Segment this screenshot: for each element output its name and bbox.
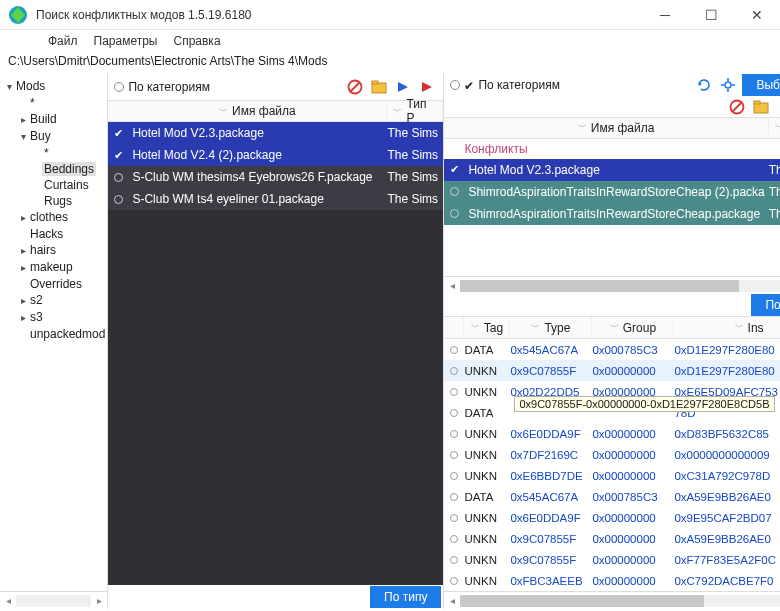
folder-icon[interactable] xyxy=(751,97,771,117)
file-name: ShimrodAspirationTraitsInRewardStoreChea… xyxy=(464,207,768,221)
select-button[interactable]: Выбрать xyxy=(742,74,780,96)
menu-file[interactable]: Файл xyxy=(48,34,78,48)
radio-icon xyxy=(450,451,458,459)
menu-help[interactable]: Справка xyxy=(173,34,220,48)
file-row[interactable]: ✔Hotel Mod V2.4 (2).packageThe Sims xyxy=(108,144,443,166)
svg-point-9 xyxy=(725,82,731,88)
res-group: 0x00000000 xyxy=(592,575,674,587)
tree-hacks[interactable]: Hacks xyxy=(28,227,65,241)
radio-icon xyxy=(450,209,459,218)
tree-unpacked[interactable]: unpackedmod xyxy=(28,327,107,341)
right-radio-toggle[interactable] xyxy=(450,80,460,90)
resource-row[interactable]: DATA0x545AC67A0x000785C30xD1E297F280E80 xyxy=(444,339,780,360)
refresh-icon[interactable] xyxy=(694,75,714,95)
resource-row[interactable]: UNKN0x9C07855F0x000000000xF77F83E5A2F0C xyxy=(444,549,780,570)
col-instance[interactable]: Ins xyxy=(748,321,764,335)
resource-row[interactable]: UNKN0x9C07855F0x000000000xA59E9BB26AE0 xyxy=(444,528,780,549)
tree-star[interactable]: * xyxy=(28,96,37,110)
radio-icon xyxy=(450,430,458,438)
res-tag: DATA xyxy=(464,344,510,356)
tree-clothes[interactable]: clothes xyxy=(28,210,70,224)
file-row[interactable]: ShimrodAspirationTraitsInRewardStoreChea… xyxy=(444,203,780,225)
file-type: The Sims xyxy=(387,148,443,162)
resource-row[interactable]: UNKN0xE6BBD7DE0x000000000xC31A792C978D xyxy=(444,465,780,486)
tree-horizontal-scrollbar[interactable]: ◂▸ xyxy=(0,591,107,609)
col-filename[interactable]: Имя файла xyxy=(232,104,296,118)
maximize-button[interactable]: ☐ xyxy=(688,0,734,29)
file-type: The Sims xyxy=(387,126,443,140)
forbidden-icon[interactable] xyxy=(345,77,365,97)
close-button[interactable]: ✕ xyxy=(734,0,780,29)
tree-s2[interactable]: s2 xyxy=(28,293,45,307)
resource-row[interactable]: UNKN0x6E0DDA9F0x000000000xD83BF5632C85 xyxy=(444,423,780,444)
right-files-scrollbar[interactable]: ◂▸ xyxy=(444,276,780,294)
svg-line-15 xyxy=(732,102,742,112)
tree-overrides[interactable]: Overrides xyxy=(28,277,84,291)
resource-table[interactable]: DATA0x545AC67A0x000785C30xD1E297F280E80U… xyxy=(444,339,780,591)
res-tag: UNKN xyxy=(464,386,510,398)
tree-buy-star[interactable]: * xyxy=(42,146,51,160)
svg-rect-17 xyxy=(754,101,760,104)
gear-icon[interactable] xyxy=(718,75,738,95)
res-type: 0x9C07855F xyxy=(510,554,592,566)
res-group: 0x00000000 xyxy=(592,449,674,461)
res-tag: DATA xyxy=(464,491,510,503)
by-type-button-right[interactable]: По типу xyxy=(751,294,780,316)
file-type: The Sims xyxy=(387,170,443,184)
left-radio-toggle[interactable] xyxy=(114,82,124,92)
resource-row[interactable]: UNKN0x9C07855F0x000000000xD1E297F280E80 xyxy=(444,360,780,381)
col-type[interactable]: Type xyxy=(544,321,570,335)
res-tag: UNKN xyxy=(464,575,510,587)
play-blue-icon[interactable] xyxy=(775,97,780,117)
file-name: ShimrodAspirationTraitsInRewardStoreChea… xyxy=(464,185,768,199)
file-row[interactable]: ShimrodAspirationTraitsInRewardStoreChea… xyxy=(444,181,780,203)
col-group[interactable]: Group xyxy=(623,321,656,335)
resource-row[interactable]: UNKN0xFBC3AEEB0x000000000xC792DACBE7F0 xyxy=(444,570,780,591)
tree-beddings[interactable]: Beddings xyxy=(42,162,96,176)
res-instance: 0xC31A792C978D xyxy=(674,470,780,482)
tree-makeup[interactable]: makeup xyxy=(28,260,75,274)
left-file-list[interactable]: ✔Hotel Mod V2.3.packageThe Sims✔Hotel Mo… xyxy=(108,122,443,585)
file-row[interactable]: ✔Hotel Mod V2.3.packageThe Sims xyxy=(108,122,443,144)
check-icon: ✔ xyxy=(448,164,460,176)
radio-icon xyxy=(450,409,458,417)
resource-row[interactable]: UNKN0x7DF2169C0x000000000x0000000000009 xyxy=(444,444,780,465)
menu-params[interactable]: Параметры xyxy=(94,34,158,48)
col-filename-right[interactable]: Имя файла xyxy=(591,121,655,135)
tree-mods[interactable]: Mods xyxy=(14,79,47,93)
svg-line-3 xyxy=(350,82,360,92)
col-filetype[interactable]: Тип Р xyxy=(406,97,436,125)
resource-scrollbar[interactable]: ◂▸ xyxy=(444,591,780,609)
res-group: 0x00000000 xyxy=(592,512,674,524)
tree-hairs[interactable]: hairs xyxy=(28,243,58,257)
res-tag: UNKN xyxy=(464,533,510,545)
by-type-button-left[interactable]: По типу xyxy=(370,586,441,608)
forbidden-icon[interactable] xyxy=(727,97,747,117)
res-instance: 0xD83BF5632C85 xyxy=(674,428,780,440)
radio-icon xyxy=(450,367,458,375)
play-blue-icon[interactable] xyxy=(393,77,413,97)
file-row[interactable]: S-Club WM thesims4 Eyebrows26 F.packageT… xyxy=(108,166,443,188)
resource-row[interactable]: UNKN0x6E0DDA9F0x000000000x9E95CAF2BD07 xyxy=(444,507,780,528)
window-title: Поиск конфликтных модов 1.5.19.6180 xyxy=(36,8,642,22)
tree-buy[interactable]: Buy xyxy=(28,129,53,143)
folder-tree[interactable]: ▾Mods * ▸Build ▾Buy * Beddings Curtains … xyxy=(0,74,107,591)
tree-s3[interactable]: s3 xyxy=(28,310,45,324)
tree-build[interactable]: Build xyxy=(28,112,59,126)
tree-rugs[interactable]: Rugs xyxy=(42,194,74,208)
col-tag[interactable]: Tag xyxy=(484,321,503,335)
res-type: 0x545AC67A xyxy=(510,491,592,503)
play-red-icon[interactable] xyxy=(417,77,437,97)
file-row[interactable]: ✔Hotel Mod V2.3.packageThe Sims xyxy=(444,159,780,181)
minimize-button[interactable]: ─ xyxy=(642,0,688,29)
file-name: Hotel Mod V2.4 (2).package xyxy=(128,148,387,162)
res-group: 0x000785C3 xyxy=(592,344,674,356)
chevron-down-icon: ﹀ xyxy=(393,105,402,118)
res-instance: 0x9E95CAF2BD07 xyxy=(674,512,780,524)
folder-icon[interactable] xyxy=(369,77,389,97)
file-row[interactable]: S-Club WM ts4 eyeliner 01.packageThe Sim… xyxy=(108,188,443,210)
resource-row[interactable]: DATA0x545AC67A0x000785C30xA59E9BB26AE0 xyxy=(444,486,780,507)
res-tag: UNKN xyxy=(464,512,510,524)
tree-curtains[interactable]: Curtains xyxy=(42,178,91,192)
right-file-list[interactable]: ✔Hotel Mod V2.3.packageThe SimsShimrodAs… xyxy=(444,159,780,276)
